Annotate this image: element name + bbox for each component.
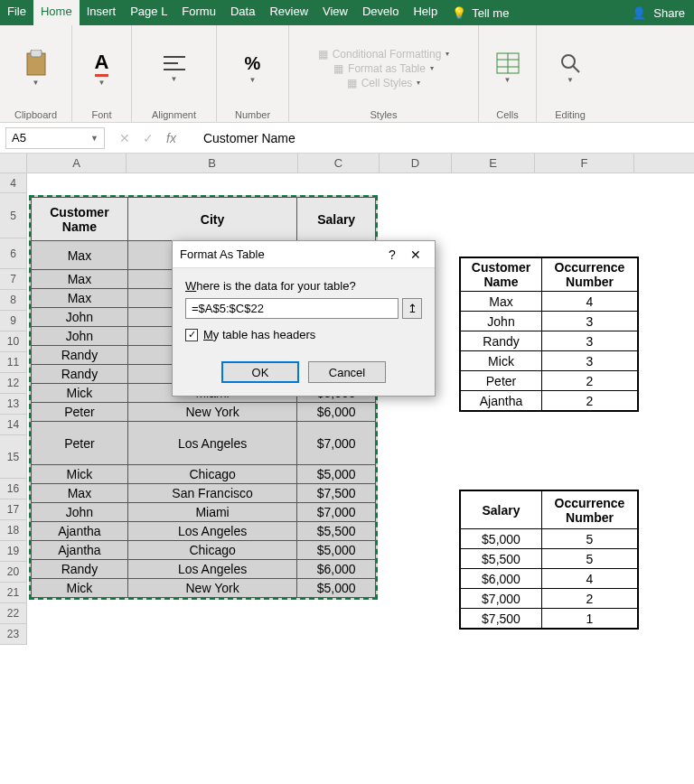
cell[interactable]: Peter: [461, 371, 542, 391]
cell[interactable]: 2: [542, 391, 638, 411]
tab-view[interactable]: View: [315, 0, 355, 25]
row-header[interactable]: 14: [0, 415, 27, 435]
tab-help[interactable]: Help: [406, 0, 445, 25]
row-header[interactable]: 12: [0, 373, 27, 394]
dialog-close-button[interactable]: ✕: [404, 247, 427, 262]
number-button[interactable]: % ▼: [243, 51, 263, 86]
row-header[interactable]: 6: [0, 238, 27, 269]
tab-pagelayout[interactable]: Page L: [123, 0, 174, 25]
cell[interactable]: $5,000: [297, 465, 376, 484]
cell[interactable]: Miami: [127, 503, 296, 522]
col-header-C[interactable]: C: [298, 154, 380, 173]
tab-developer[interactable]: Develo: [355, 0, 406, 25]
cell[interactable]: Ajantha: [32, 522, 128, 541]
range-input[interactable]: [185, 298, 399, 319]
cell[interactable]: Randy: [461, 331, 542, 351]
cell[interactable]: 4: [542, 569, 638, 589]
tab-insert[interactable]: Insert: [80, 0, 124, 25]
alignment-button[interactable]: ▼: [160, 51, 189, 85]
share-button[interactable]: Share: [653, 6, 685, 20]
cell[interactable]: Los Angeles: [127, 560, 296, 579]
cell[interactable]: 2: [542, 589, 638, 609]
row-header[interactable]: 22: [0, 603, 27, 624]
formula-bar[interactable]: Customer Name: [185, 131, 295, 145]
cell[interactable]: 2: [542, 371, 638, 391]
cell[interactable]: Max: [32, 289, 128, 308]
row-header[interactable]: 20: [0, 562, 27, 583]
cell[interactable]: $7,000: [297, 503, 376, 522]
tab-review[interactable]: Review: [262, 0, 315, 25]
cell[interactable]: Mick: [32, 579, 128, 598]
cancel-button[interactable]: Cancel: [308, 361, 386, 383]
row-header[interactable]: 7: [0, 269, 27, 290]
cell[interactable]: John: [32, 503, 128, 522]
tab-home[interactable]: Home: [33, 0, 80, 25]
table-header[interactable]: Customer Name: [32, 198, 128, 241]
cell[interactable]: Chicago: [127, 541, 296, 560]
dialog-titlebar[interactable]: Format As Table ? ✕: [173, 241, 435, 268]
cell[interactable]: Los Angeles: [127, 522, 296, 541]
tab-formulas[interactable]: Formu: [174, 0, 223, 25]
cell[interactable]: New York: [127, 403, 296, 422]
row-header[interactable]: 15: [0, 435, 27, 479]
row-header[interactable]: 8: [0, 290, 27, 311]
cell[interactable]: $6,000: [297, 560, 376, 579]
cell[interactable]: $5,000: [461, 529, 542, 549]
fx-icon[interactable]: fx: [166, 131, 176, 145]
cell[interactable]: 3: [542, 312, 638, 331]
row-header[interactable]: 16: [0, 479, 27, 499]
cancel-formula-icon[interactable]: ✕: [119, 131, 130, 145]
cell[interactable]: Los Angeles: [127, 422, 296, 465]
tab-data[interactable]: Data: [223, 0, 262, 25]
collapse-dialog-button[interactable]: ↥: [402, 298, 422, 319]
cell[interactable]: 3: [542, 351, 638, 371]
cell[interactable]: $7,500: [461, 609, 542, 629]
row-header[interactable]: 23: [0, 624, 27, 645]
format-as-table-button[interactable]: ▦Format as Table ▾: [333, 62, 434, 75]
cell[interactable]: Peter: [32, 422, 128, 465]
conditional-formatting-button[interactable]: ▦Conditional Formatting ▾: [318, 48, 450, 61]
cell[interactable]: $6,000: [461, 569, 542, 589]
font-button[interactable]: A ▼: [93, 49, 111, 89]
row-header[interactable]: 4: [0, 173, 27, 193]
cell[interactable]: 5: [542, 529, 638, 549]
cell[interactable]: $7,500: [297, 484, 376, 503]
table-header[interactable]: Salary: [461, 491, 542, 529]
col-header-E[interactable]: E: [452, 154, 535, 173]
ok-button[interactable]: OK: [221, 361, 299, 383]
paste-button[interactable]: ▼: [22, 48, 51, 89]
cell[interactable]: Max: [32, 484, 128, 503]
name-box[interactable]: A5 ▼: [5, 127, 105, 149]
col-header-A[interactable]: A: [27, 154, 127, 173]
cell-styles-button[interactable]: ▦Cell Styles ▾: [347, 77, 421, 89]
cell[interactable]: Ajantha: [32, 541, 128, 560]
cell[interactable]: John: [32, 308, 128, 327]
headers-checkbox-row[interactable]: ✓ My table has headers: [185, 328, 422, 341]
editing-button[interactable]: ▼: [558, 51, 583, 86]
cell[interactable]: John: [32, 327, 128, 346]
cell[interactable]: New York: [127, 579, 296, 598]
col-header-B[interactable]: B: [127, 154, 298, 173]
cell[interactable]: San Francisco: [127, 484, 296, 503]
col-header-D[interactable]: D: [380, 154, 452, 173]
table-header[interactable]: Occurrence Number: [542, 491, 638, 529]
row-header[interactable]: 17: [0, 499, 27, 520]
row-header[interactable]: 18: [0, 520, 27, 541]
cell[interactable]: Max: [461, 292, 542, 312]
cell[interactable]: 4: [542, 292, 638, 312]
row-header[interactable]: 10: [0, 331, 27, 352]
dialog-help-button[interactable]: ?: [380, 247, 404, 262]
cell[interactable]: Mick: [32, 465, 128, 484]
row-header[interactable]: 5: [0, 193, 27, 238]
enter-formula-icon[interactable]: ✓: [143, 131, 154, 145]
table-header[interactable]: Customer Name: [461, 258, 542, 292]
tab-file[interactable]: File: [0, 0, 33, 25]
cell[interactable]: Randy: [32, 346, 128, 365]
cell[interactable]: Randy: [32, 560, 128, 579]
table-header[interactable]: Salary: [297, 198, 376, 241]
cell[interactable]: Max: [32, 241, 128, 270]
row-header[interactable]: 19: [0, 541, 27, 562]
cell[interactable]: $5,000: [297, 579, 376, 598]
cell[interactable]: Chicago: [127, 465, 296, 484]
cell[interactable]: Ajantha: [461, 391, 542, 411]
